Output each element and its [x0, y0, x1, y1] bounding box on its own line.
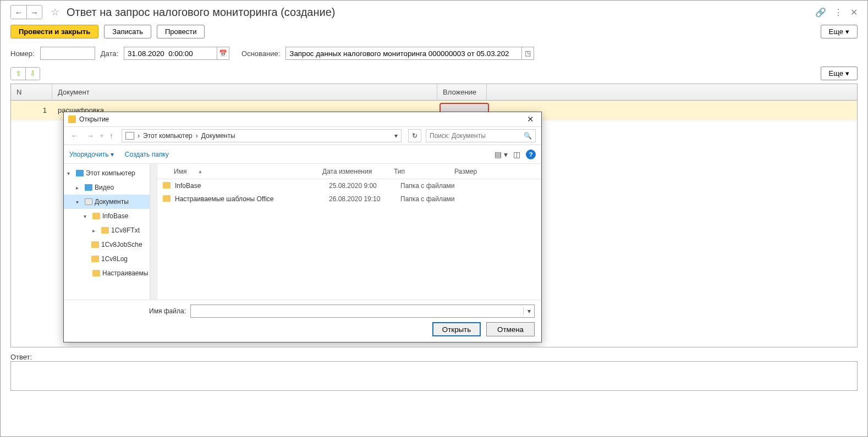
pc-icon [125, 132, 134, 140]
header-right-actions: 🔗 ⋮ ✕ [815, 7, 858, 18]
link-icon[interactable]: 🔗 [815, 7, 826, 18]
file-date: 26.08.2020 19:10 [329, 195, 400, 203]
tree-scrollbar[interactable] [150, 164, 157, 300]
files-col-type[interactable]: Тип [394, 168, 454, 175]
view-list-icon[interactable]: ▤ ▾ [495, 150, 508, 159]
number-input[interactable] [40, 47, 95, 60]
col-header-attachment[interactable]: Вложение [437, 84, 487, 101]
folder-icon [85, 184, 92, 191]
combo-dropdown-icon[interactable]: ▾ [523, 307, 534, 315]
tree-toggle-icon[interactable]: ▸ [76, 185, 83, 191]
cancel-button[interactable]: Отмена [486, 322, 535, 336]
dialog-search-input[interactable] [430, 132, 524, 140]
breadcrumb-documents[interactable]: Документы [201, 132, 235, 140]
tree-item-infobase[interactable]: ▾InfoBase [64, 209, 157, 223]
file-name: Настраиваемые шаблоны Office [175, 195, 329, 203]
table-more-label: Еще [829, 69, 843, 78]
file-type: Папка с файлами [400, 195, 472, 203]
dialog-files-pane: Имя▲ Дата изменения Тип Размер InfoBase … [157, 164, 541, 300]
filename-label: Имя файла: [70, 307, 186, 315]
open-reference-icon[interactable]: ◳ [522, 47, 534, 60]
calendar-icon[interactable]: 📅 [217, 47, 229, 60]
tree-item-this-pc[interactable]: ▾Этот компьютер [64, 166, 157, 180]
date-input[interactable] [124, 47, 217, 60]
tree-item-1cv8ftxt[interactable]: ▸1Cv8FTxt [64, 223, 157, 237]
answer-section: Ответ: [1, 347, 867, 361]
preview-pane-icon[interactable]: ◫ [513, 150, 520, 159]
nav-back-button[interactable]: ← [11, 5, 26, 19]
folder-icon [163, 182, 172, 190]
favorite-star-icon[interactable]: ☆ [49, 6, 61, 18]
breadcrumb-this-pc[interactable]: Этот компьютер [143, 132, 193, 140]
file-type: Папка с файлами [400, 182, 472, 190]
dialog-up-icon[interactable]: ↑ [108, 131, 115, 140]
tree-item-1cv8jobsche[interactable]: 1Cv8JobSche [64, 237, 157, 252]
dialog-breadcrumb[interactable]: › Этот компьютер › Документы ▾ [122, 129, 402, 142]
tree-item-video[interactable]: ▸Видео [64, 180, 157, 195]
files-col-name[interactable]: Имя▲ [174, 168, 322, 175]
folder-icon [92, 213, 100, 219]
open-button[interactable]: Открыть [432, 322, 481, 336]
organize-button[interactable]: Упорядочить ▾ [69, 151, 114, 158]
tree-toggle-icon[interactable]: ▾ [84, 213, 90, 219]
new-folder-button[interactable]: Создать папку [125, 151, 169, 158]
refresh-button[interactable]: ↻ [408, 129, 421, 142]
dialog-forward-icon[interactable]: → [85, 131, 96, 140]
files-col-date[interactable]: Дата изменения [322, 168, 394, 175]
dialog-search-box[interactable]: 🔍 [426, 129, 536, 142]
breadcrumb-dropdown-icon[interactable]: ▾ [394, 132, 398, 140]
dialog-back-icon[interactable]: ← [69, 131, 80, 140]
files-header-row: Имя▲ Дата изменения Тип Размер [157, 164, 541, 179]
cell-n: 1 [11, 106, 52, 114]
tree-toggle-icon[interactable]: ▸ [92, 228, 99, 234]
answer-label: Ответ: [10, 353, 32, 361]
col-header-n[interactable]: N [11, 84, 52, 101]
tree-item-1cv8log[interactable]: 1Cv8Log [64, 252, 157, 266]
table-more-button[interactable]: Еще ▾ [821, 67, 858, 80]
basis-label: Основание: [241, 49, 280, 58]
basis-input-group: ◳ [285, 47, 534, 60]
move-down-button[interactable]: ⇩ [25, 68, 40, 80]
nav-separator: ▾ [100, 132, 103, 140]
move-up-button[interactable]: ⇧ [11, 68, 25, 80]
folder-icon [163, 195, 172, 203]
page-title: Ответ на запрос налогового мониторинга (… [67, 6, 336, 19]
dialog-toolbar-right: ▤ ▾ ◫ ? [495, 150, 536, 159]
tree-item-custom-templates[interactable]: ▸Настраиваемы [64, 266, 157, 280]
dialog-close-icon[interactable]: ✕ [524, 114, 537, 124]
post-button[interactable]: Провести [157, 25, 205, 38]
file-row[interactable]: Настраиваемые шаблоны Office 26.08.2020 … [157, 192, 541, 206]
dialog-toolbar: Упорядочить ▾ Создать папку ▤ ▾ ◫ ? [64, 145, 541, 164]
kebab-menu-icon[interactable]: ⋮ [834, 7, 843, 18]
tree-toggle-icon[interactable]: ▾ [76, 199, 83, 205]
close-icon[interactable]: ✕ [850, 7, 858, 18]
more-button[interactable]: Еще ▾ [821, 25, 858, 38]
filename-combo[interactable]: ▾ [190, 305, 535, 318]
save-button[interactable]: Записать [104, 25, 151, 38]
dialog-buttons-row: Открыть Отмена [70, 322, 535, 336]
files-col-size[interactable]: Размер [454, 168, 498, 175]
file-row[interactable]: InfoBase 25.08.2020 9:00 Папка с файлами [157, 179, 541, 192]
more-button-label: Еще [829, 27, 843, 36]
dialog-footer: Имя файла: ▾ Открыть Отмена [64, 300, 541, 342]
number-label: Номер: [10, 49, 35, 58]
tree-item-documents[interactable]: ▾Документы [64, 195, 157, 209]
basis-input[interactable] [285, 47, 522, 60]
filename-input[interactable] [191, 305, 523, 317]
table-header-row: N Документ Вложение [11, 84, 857, 101]
answer-textarea[interactable] [10, 361, 858, 391]
sort-caret-icon: ▲ [197, 169, 202, 174]
date-label: Дата: [101, 49, 118, 58]
move-row-group: ⇧ ⇩ [10, 67, 40, 80]
col-header-document[interactable]: Документ [52, 84, 437, 101]
folder-icon [91, 241, 99, 248]
app-logo-icon [68, 115, 76, 123]
tree-toggle-icon[interactable]: ▾ [67, 170, 74, 176]
post-and-close-button[interactable]: Провести и закрыть [10, 25, 98, 38]
chevron-down-icon: ▾ [845, 69, 849, 78]
header-bar: ← → ☆ Ответ на запрос налогового монитор… [1, 1, 867, 23]
help-icon[interactable]: ? [526, 150, 536, 159]
filename-row: Имя файла: ▾ [70, 305, 535, 318]
folder-icon [101, 227, 109, 234]
nav-forward-button[interactable]: → [26, 5, 42, 19]
